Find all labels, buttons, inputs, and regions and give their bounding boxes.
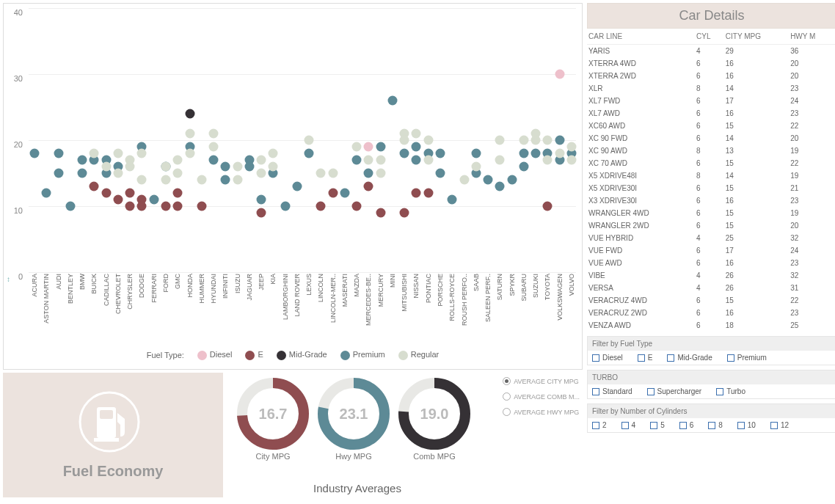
data-point[interactable]	[185, 129, 194, 139]
filter-checkbox[interactable]: Diesel	[592, 354, 623, 362]
data-point[interactable]	[364, 156, 373, 165]
column-header[interactable]: CITY MPG	[724, 29, 789, 45]
data-point[interactable]	[412, 142, 421, 152]
data-point[interactable]	[376, 142, 385, 152]
table-row[interactable]: X5 XDRIVE48I81419	[587, 169, 835, 182]
table-row[interactable]: VERACRUZ 4WD61522	[587, 294, 835, 307]
data-point[interactable]	[566, 156, 576, 165]
data-point[interactable]	[125, 162, 135, 172]
data-point[interactable]	[436, 169, 445, 178]
data-point[interactable]	[113, 169, 123, 178]
data-point[interactable]	[423, 156, 433, 165]
table-row[interactable]: XC 90 FWD61420	[587, 132, 835, 145]
data-point[interactable]	[233, 175, 242, 185]
data-point[interactable]	[137, 149, 147, 158]
data-point[interactable]	[244, 162, 254, 172]
filter-checkbox[interactable]: 8	[708, 421, 723, 429]
data-point[interactable]	[197, 175, 206, 185]
data-point[interactable]	[209, 129, 219, 139]
metric-radio[interactable]: AVERAGE COMB M...	[503, 392, 580, 401]
filter-checkbox[interactable]: Supercharger	[647, 387, 702, 395]
data-point[interactable]	[257, 156, 266, 165]
data-point[interactable]	[65, 202, 75, 211]
filter-checkbox[interactable]: 4	[621, 421, 636, 429]
filter-cylinders[interactable]: Filter by Number of Cylinders 245681012	[587, 403, 835, 433]
table-row[interactable]: XC 70 AWD61522	[587, 157, 835, 169]
table-row[interactable]: WRANGLER 4WD61519	[587, 207, 835, 219]
car-details-table[interactable]: CAR LINECYLCITY MPGHWY M YARIS42936XTERR…	[587, 29, 835, 332]
data-point[interactable]	[209, 156, 219, 165]
column-header[interactable]: CYL	[695, 29, 724, 45]
data-point[interactable]	[113, 195, 123, 205]
column-header[interactable]: HWY M	[789, 29, 835, 45]
table-row[interactable]: VUE FWD61724	[587, 244, 835, 257]
table-row[interactable]: VENZA AWD61825	[587, 319, 835, 332]
data-point[interactable]	[352, 202, 362, 211]
data-point[interactable]	[328, 189, 338, 198]
table-row[interactable]: VIBE42632	[587, 269, 835, 282]
scatter-chart[interactable]: 010203040 ACURAASTON MARTINAUDIBENTLEYBM…	[3, 3, 583, 370]
data-point[interactable]	[376, 208, 385, 218]
data-point[interactable]	[233, 162, 242, 172]
data-point[interactable]	[376, 169, 385, 178]
data-point[interactable]	[173, 202, 183, 211]
table-row[interactable]: XL7 AWD61623	[587, 107, 835, 120]
data-point[interactable]	[531, 129, 541, 139]
expand-icon[interactable]: ↕	[7, 275, 10, 283]
filter-checkbox[interactable]: 2	[592, 421, 607, 429]
data-point[interactable]	[221, 162, 230, 172]
data-point[interactable]	[519, 136, 528, 145]
table-row[interactable]: VERSA42631	[587, 282, 835, 294]
filter-checkbox[interactable]: Standard	[592, 387, 632, 395]
table-row[interactable]: XTERRA 2WD61620	[587, 70, 835, 82]
data-point[interactable]	[137, 175, 147, 185]
data-point[interactable]	[42, 189, 51, 198]
data-point[interactable]	[471, 149, 481, 158]
data-point[interactable]	[78, 169, 87, 178]
table-row[interactable]: WRANGLER 2WD61520	[587, 219, 835, 232]
filter-checkbox[interactable]: 5	[650, 421, 665, 429]
table-row[interactable]: XL7 FWD61724	[587, 95, 835, 107]
data-point[interactable]	[209, 142, 219, 152]
data-point[interactable]	[185, 109, 194, 119]
table-row[interactable]: VUE HYBRID42532	[587, 232, 835, 244]
data-point[interactable]	[364, 142, 373, 152]
data-point[interactable]	[161, 162, 171, 172]
data-point[interactable]	[412, 156, 421, 165]
data-point[interactable]	[531, 149, 541, 158]
data-point[interactable]	[412, 189, 421, 198]
data-point[interactable]	[316, 202, 326, 211]
metric-radio[interactable]: AVERAGE CITY MPG	[503, 377, 580, 385]
data-point[interactable]	[305, 136, 314, 145]
data-point[interactable]	[173, 169, 183, 178]
data-point[interactable]	[507, 175, 517, 185]
data-point[interactable]	[161, 175, 171, 185]
data-point[interactable]	[305, 149, 314, 158]
metric-radio[interactable]: AVERAGE HWY MPG	[503, 408, 580, 416]
data-point[interactable]	[555, 136, 564, 145]
data-point[interactable]	[161, 202, 171, 211]
data-point[interactable]	[173, 189, 183, 198]
data-point[interactable]	[471, 162, 481, 172]
table-row[interactable]: VUE AWD61623	[587, 257, 835, 269]
data-point[interactable]	[78, 156, 87, 165]
data-point[interactable]	[352, 156, 362, 165]
data-point[interactable]	[495, 156, 505, 165]
data-point[interactable]	[125, 202, 135, 211]
table-row[interactable]: X3 XDRIVE30I61623	[587, 194, 835, 207]
data-point[interactable]	[101, 162, 111, 172]
data-point[interactable]	[400, 149, 409, 158]
filter-turbo[interactable]: TURBO StandardSuperchargerTurbo	[587, 370, 835, 399]
data-point[interactable]	[221, 175, 230, 185]
data-point[interactable]	[555, 149, 564, 158]
table-row[interactable]: XC60 AWD61522	[587, 120, 835, 132]
data-point[interactable]	[364, 169, 373, 178]
table-row[interactable]: YARIS42936	[587, 45, 835, 58]
data-point[interactable]	[543, 136, 553, 145]
table-row[interactable]: X5 XDRIVE30I61521	[587, 182, 835, 194]
filter-checkbox[interactable]: 12	[770, 421, 789, 429]
data-point[interactable]	[495, 182, 505, 191]
data-point[interactable]	[519, 162, 528, 172]
data-point[interactable]	[543, 156, 553, 165]
data-point[interactable]	[90, 149, 99, 158]
